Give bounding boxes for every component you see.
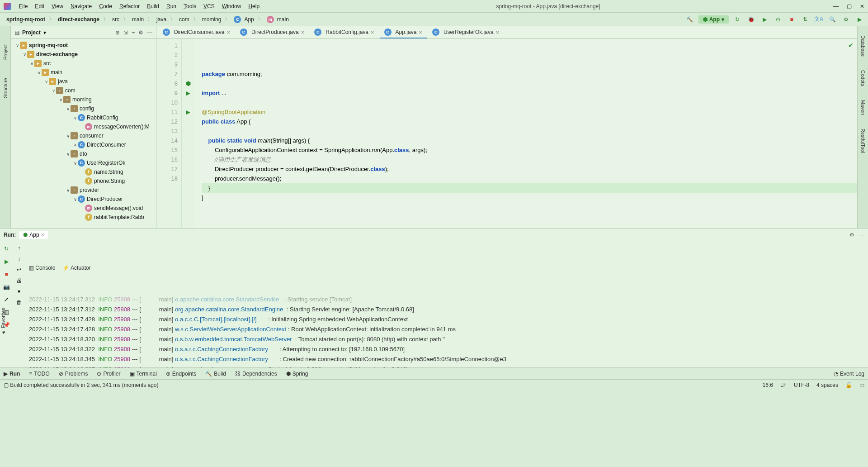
tree-node-provider[interactable]: ∨▫provider [11, 186, 156, 195]
hide-icon[interactable]: — [859, 232, 864, 238]
crumb-main[interactable]: main [129, 15, 146, 24]
console-tab[interactable]: ▥ Console [29, 263, 55, 273]
gear-icon[interactable]: ⚙ [849, 232, 854, 238]
event-log[interactable]: ◔Event Log [834, 371, 864, 377]
sidebar-tab-codota[interactable]: Codota [860, 70, 866, 86]
project-panel-title[interactable]: Project [22, 29, 41, 36]
menu-vcs[interactable]: VCS [200, 3, 218, 10]
file-encoding[interactable]: UTF-8 [794, 382, 809, 388]
sidebar-tab-project[interactable]: Project [3, 44, 8, 60]
tool-terminal[interactable]: ▣Terminal [130, 371, 157, 377]
project-tree[interactable]: ∨▸spring-mq-root∨▸direct-exchange∨▸src∨▸… [11, 39, 156, 228]
crumb-java[interactable]: java [154, 15, 169, 24]
rerun-icon[interactable]: ↻ [2, 245, 10, 253]
sidebar-tab-restfultool[interactable]: RestfulTool [860, 129, 866, 153]
tree-node-consumer[interactable]: ∨▫consumer [11, 131, 156, 140]
settings-icon[interactable]: ⚙ [841, 14, 851, 24]
tool-spring[interactable]: ⬢Spring [286, 371, 308, 377]
run-icon[interactable]: ▶ [2, 257, 10, 266]
cursor-position[interactable]: 16:6 [763, 382, 773, 388]
close-icon[interactable]: × [496, 29, 500, 36]
menu-file[interactable]: File [15, 3, 31, 10]
tree-node-spring-mq-root[interactable]: ∨▸spring-mq-root [11, 41, 156, 50]
tree-node-DirectConsumer[interactable]: >CDirectConsumer [11, 140, 156, 149]
stop-icon[interactable]: ■ [2, 270, 10, 278]
crumb-spring-mq-root[interactable]: spring-mq-root [4, 15, 48, 24]
translate-icon[interactable]: 文A [814, 14, 824, 24]
tree-node-UserRegisterOk[interactable]: ∨CUserRegisterOk [11, 158, 156, 167]
tool-dependencies[interactable]: ⛓Dependencies [235, 371, 277, 377]
tree-node-config[interactable]: ∨▫config [11, 104, 156, 113]
vcs-icon[interactable]: ⇅ [800, 14, 810, 24]
print-icon[interactable]: 🖨 [16, 277, 22, 284]
menu-refactor[interactable]: Refactor [116, 3, 143, 10]
crumb-src[interactable]: src [109, 15, 122, 24]
close-icon[interactable]: × [371, 29, 374, 36]
tab-App.java[interactable]: CApp.java× [380, 27, 427, 38]
crumb-com[interactable]: com [176, 15, 192, 24]
build-icon[interactable]: 🔨 [685, 14, 695, 24]
tab-DirectConsumer.java[interactable]: CDirectConsumer.java× [158, 27, 235, 38]
code-area[interactable]: ✔ package com.moming; import ... @Spring… [194, 39, 857, 228]
menu-run[interactable]: Run [163, 3, 180, 10]
profile-icon[interactable]: ⊙ [773, 14, 783, 24]
run-config-selector[interactable]: ⬢ App ▾ [698, 15, 729, 24]
tree-node-java[interactable]: ∨▸java [11, 77, 156, 86]
close-icon[interactable]: × [226, 29, 230, 36]
stop-icon[interactable]: ■ [787, 14, 797, 24]
search-icon[interactable]: 🔍 [827, 14, 837, 24]
tree-node-rabbitTemplate:Rabb[interactable]: frabbitTemplate:Rabb [11, 213, 156, 222]
tree-node-main[interactable]: ∨▸main [11, 68, 156, 77]
menu-build[interactable]: Build [143, 3, 163, 10]
chevron-down-icon[interactable]: ▾ [43, 29, 46, 36]
crumb-moming[interactable]: moming [199, 15, 224, 24]
tab-UserRegisterOk.java[interactable]: CUserRegisterOk.java× [428, 27, 504, 38]
run-icon[interactable]: ↻ [732, 14, 742, 24]
menu-tools[interactable]: Tools [180, 3, 200, 10]
hide-icon[interactable]: — [147, 29, 152, 36]
play-icon[interactable]: ▶ [854, 14, 864, 24]
memory-indicator[interactable]: ▭ [859, 382, 864, 388]
wrap-icon[interactable]: ↩ [17, 267, 21, 273]
tree-node-RabbitConfig[interactable]: ∨CRabbitConfig [11, 113, 156, 122]
indent-setting[interactable]: 4 spaces [816, 382, 838, 388]
tree-node-DirectProducer[interactable]: ∨CDirectProducer [11, 195, 156, 204]
actuator-tab[interactable]: ⚡ Actuator [62, 263, 90, 273]
sidebar-tab-maven[interactable]: Maven [860, 100, 866, 115]
exit-icon[interactable]: ⤢ [2, 295, 10, 304]
line-ending[interactable]: LF [780, 382, 787, 388]
tree-node-com[interactable]: ∨▫com [11, 86, 156, 95]
tool-build[interactable]: 🔨Build [205, 371, 226, 377]
lock-icon[interactable]: 🔓 [845, 382, 852, 388]
menu-edit[interactable]: Edit [31, 3, 48, 10]
close-icon[interactable]: ✕ [860, 3, 864, 10]
gear-icon[interactable]: ⚙ [138, 29, 143, 36]
expand-icon[interactable]: ⇲ [123, 29, 128, 36]
tool-problems[interactable]: ⊘Problems [59, 371, 88, 377]
tree-node-src[interactable]: ∨▸src [11, 59, 156, 68]
tool-profiler[interactable]: ⊙Profiler [97, 371, 120, 377]
menu-help[interactable]: Help [245, 3, 263, 10]
menu-view[interactable]: View [48, 3, 67, 10]
sidebar-tab-database[interactable]: Database [860, 35, 866, 57]
tree-node-sendMessage():void[interactable]: msendMessage():void [11, 204, 156, 213]
tab-DirectProducer.java[interactable]: CDirectProducer.java× [236, 27, 309, 38]
minimize-icon[interactable]: — [833, 3, 839, 10]
console-output[interactable]: ▥ Console ⚡ Actuator 2022-11-15 13:24:17… [25, 241, 868, 367]
tree-node-phone:String[interactable]: fphone:String [11, 176, 156, 186]
tree-node-dto[interactable]: ∨▫dto [11, 149, 156, 158]
tree-node-name:String[interactable]: fname:String [11, 167, 156, 176]
run-app-tab[interactable]: ⬢ App × [19, 231, 47, 239]
coverage-icon[interactable]: ▶ [760, 14, 769, 24]
collapse-icon[interactable]: ÷ [132, 29, 135, 36]
menu-code[interactable]: Code [95, 3, 116, 10]
close-icon[interactable]: × [301, 29, 305, 36]
crumb-App[interactable]: CApp [231, 15, 256, 24]
editor-body[interactable]: 123789101112131415161718 ⬢▶▶ ✔ package c… [156, 39, 857, 228]
close-icon[interactable]: × [419, 29, 422, 36]
camera-icon[interactable]: 📷 [2, 283, 10, 291]
locate-icon[interactable]: ⊕ [115, 29, 120, 36]
tree-node-moming[interactable]: ∨▫moming [11, 95, 156, 104]
crumb-direct-exchange[interactable]: direct-exchange [55, 15, 102, 24]
debug-icon[interactable]: 🐞 [746, 14, 756, 24]
